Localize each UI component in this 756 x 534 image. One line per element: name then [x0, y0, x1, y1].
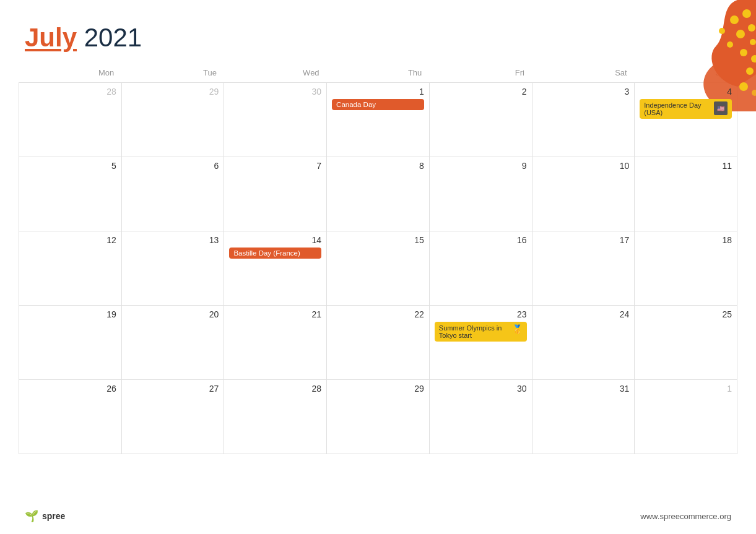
cell-date-number: 29	[127, 87, 219, 97]
cell-date-number: 8	[332, 161, 424, 171]
cell-date-number: 1	[332, 87, 424, 97]
cell-date-number: 1	[640, 384, 732, 394]
cell-date-number: 29	[332, 384, 424, 394]
cell-date-number: 2	[435, 87, 527, 97]
spree-plant-icon: 🌱	[25, 509, 38, 523]
calendar-cell: 4Independence Day (USA)🇺🇸	[635, 83, 737, 157]
year-value: 2021	[84, 23, 142, 52]
cell-date-number: 7	[229, 161, 321, 171]
calendar-cell: 28	[224, 380, 327, 454]
calendar-cell: 14Bastille Day (France)	[224, 231, 327, 306]
cell-date-number: 20	[127, 309, 219, 319]
cell-date-number: 26	[24, 384, 116, 394]
cell-date-number: 30	[229, 87, 321, 97]
calendar-cell: 3	[532, 83, 635, 157]
weekday-label-mon: Mon	[19, 63, 122, 83]
cell-date-number: 6	[127, 161, 219, 171]
calendar-cell: 17	[532, 231, 635, 306]
cell-date-number: 3	[537, 87, 630, 97]
calendar-row-4: 1920212223Summer Olympics in Tokyo start…	[19, 306, 737, 380]
cell-date-number: 30	[435, 384, 527, 394]
calendar-cell: 18	[635, 231, 737, 306]
calendar-body: 2829301Canada Day234Independence Day (US…	[19, 83, 737, 454]
calendar-cell: 25	[635, 306, 737, 380]
cell-date-number: 23	[435, 309, 527, 319]
calendar-cell: 20	[121, 306, 224, 380]
calendar-cell: 28	[19, 83, 122, 157]
weekday-header-row: MonTueWedThuFriSatSun	[19, 63, 737, 83]
calendar-cell: 1Canada Day	[327, 83, 430, 157]
calendar-cell: 1	[635, 380, 737, 454]
calendar-row-1: 2829301Canada Day234Independence Day (US…	[19, 83, 737, 157]
calendar-row-5: 2627282930311	[19, 380, 737, 454]
weekday-label-fri: Fri	[429, 63, 532, 83]
cell-date-number: 15	[332, 235, 424, 245]
calendar-cell: 21	[224, 306, 327, 380]
calendar-cell: 5	[19, 157, 122, 231]
calendar-cell: 24	[532, 306, 635, 380]
calendar-table: MonTueWedThuFriSatSun 2829301Canada Day2…	[19, 63, 737, 454]
calendar-title: July 2021	[25, 25, 731, 51]
cell-date-number: 16	[435, 235, 527, 245]
cell-date-number: 31	[537, 384, 630, 394]
cell-date-number: 5	[24, 161, 116, 171]
calendar-row-3: 121314Bastille Day (France)15161718	[19, 231, 737, 306]
header: July 2021	[0, 0, 756, 63]
cell-date-number: 25	[640, 309, 732, 319]
event-pill-olympics[interactable]: Summer Olympics in Tokyo start🥇	[435, 322, 527, 342]
calendar-cell: 23Summer Olympics in Tokyo start🥇	[429, 306, 532, 380]
cell-date-number: 17	[537, 235, 630, 245]
calendar-cell: 16	[429, 231, 532, 306]
cell-date-number: 18	[640, 235, 732, 245]
event-label: Independence Day (USA)	[644, 101, 711, 116]
weekday-label-tue: Tue	[121, 63, 224, 83]
month-label: July	[25, 23, 77, 52]
calendar-cell: 10	[532, 157, 635, 231]
calendar-cell: 7	[224, 157, 327, 231]
spree-logo-text: spree	[42, 511, 65, 521]
cell-date-number: 28	[229, 384, 321, 394]
calendar-cell: 29	[121, 83, 224, 157]
calendar-cell: 15	[327, 231, 430, 306]
calendar-row-2: 567891011	[19, 157, 737, 231]
calendar-cell: 11	[635, 157, 737, 231]
cell-date-number: 10	[537, 161, 630, 171]
cell-date-number: 4	[640, 87, 732, 97]
calendar-cell: 6	[121, 157, 224, 231]
cell-date-number: 11	[640, 161, 732, 171]
weekday-label-sat: Sat	[532, 63, 635, 83]
calendar-cell: 9	[429, 157, 532, 231]
weekday-label-thu: Thu	[327, 63, 430, 83]
footer-url: www.spreecommerce.org	[640, 512, 731, 521]
calendar-cell: 26	[19, 380, 122, 454]
event-pill-orange[interactable]: Bastille Day (France)	[229, 248, 321, 259]
event-pill-independence-day[interactable]: Independence Day (USA)🇺🇸	[640, 99, 732, 119]
cell-date-number: 9	[435, 161, 527, 171]
calendar-cell: 30	[429, 380, 532, 454]
event-pill-orange[interactable]: Canada Day	[332, 99, 424, 110]
cell-date-number: 22	[332, 309, 424, 319]
weekday-label-sun: Sun	[635, 63, 737, 83]
calendar-cell: 19	[19, 306, 122, 380]
calendar-cell: 30	[224, 83, 327, 157]
footer: 🌱 spree www.spreecommerce.org	[0, 509, 756, 523]
calendar-cell: 27	[121, 380, 224, 454]
calendar-cell: 8	[327, 157, 430, 231]
independence-day-icon: 🇺🇸	[714, 101, 728, 115]
olympics-medal-icon: 🥇	[512, 324, 523, 334]
cell-date-number: 28	[24, 87, 116, 97]
calendar-cell: 2	[429, 83, 532, 157]
cell-date-number: 12	[24, 235, 116, 245]
calendar-cell: 31	[532, 380, 635, 454]
cell-date-number: 24	[537, 309, 630, 319]
cell-date-number: 19	[24, 309, 116, 319]
cell-date-number: 13	[127, 235, 219, 245]
event-label: Summer Olympics in Tokyo start	[439, 324, 510, 339]
cell-date-number: 27	[127, 384, 219, 394]
spree-logo: 🌱 spree	[25, 509, 65, 523]
calendar-cell: 13	[121, 231, 224, 306]
calendar-cell: 12	[19, 231, 122, 306]
calendar-cell: 22	[327, 306, 430, 380]
cell-date-number: 21	[229, 309, 321, 319]
calendar-wrapper: MonTueWedThuFriSatSun 2829301Canada Day2…	[0, 63, 756, 454]
